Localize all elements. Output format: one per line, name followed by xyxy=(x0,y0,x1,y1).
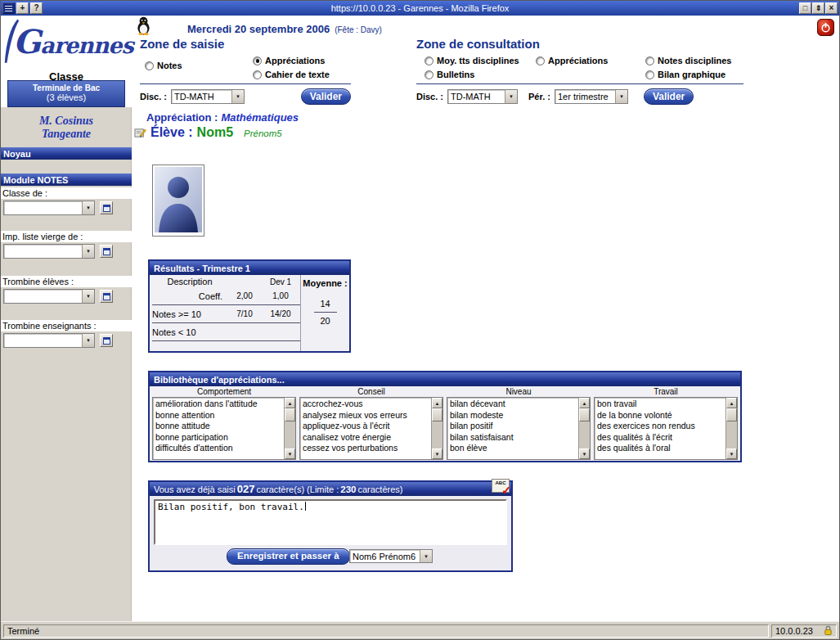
radio-circle xyxy=(253,56,262,65)
list-item[interactable]: canalisez votre énergie xyxy=(300,432,431,444)
chevron-down-icon[interactable]: ▼ xyxy=(420,550,432,562)
save-and-next-button[interactable]: Enregistrer et passer à xyxy=(227,548,350,565)
trombine-enseignants-select[interactable]: ▼ xyxy=(3,333,95,348)
chevron-down-icon[interactable]: ▼ xyxy=(82,245,94,258)
list-item[interactable]: bonne attitude xyxy=(153,421,284,432)
scroll-thumb[interactable] xyxy=(726,408,737,421)
chevron-down-icon[interactable]: ▼ xyxy=(615,90,627,103)
scrollbar[interactable]: ▲ ▼ xyxy=(725,398,737,459)
saisie-discipline-select[interactable]: TD-MATH ▼ xyxy=(171,89,245,104)
list-item[interactable]: des qualités à l'écrit xyxy=(595,432,725,444)
shade-icon: ⇕ xyxy=(815,5,822,12)
window-menu-button[interactable] xyxy=(2,2,15,14)
list-item[interactable]: difficultés d'attention xyxy=(153,443,284,454)
chevron-down-icon[interactable]: ▼ xyxy=(231,90,244,103)
scroll-track[interactable] xyxy=(579,408,590,448)
list-item[interactable]: bilan décevant xyxy=(447,399,578,410)
listbox-niveau[interactable]: bilan décevant bilan modeste bilan posit… xyxy=(447,397,591,460)
scroll-down-button[interactable]: ▼ xyxy=(285,448,295,459)
maximize-button[interactable]: □ xyxy=(799,2,811,14)
radio-label: Notes xyxy=(157,61,182,70)
chevron-down-icon[interactable]: ▼ xyxy=(82,201,94,214)
next-student-select[interactable]: Nom6 Prénom6 ▼ xyxy=(349,549,433,563)
radio-notes-disciplines[interactable]: Notes disciplines xyxy=(645,56,731,65)
radio-cahier-de-texte[interactable]: Cahier de texte xyxy=(253,70,330,79)
radio-appreciations[interactable]: Appréciations xyxy=(253,56,325,65)
imp-liste-select[interactable]: ▼ xyxy=(3,244,95,259)
list-item[interactable]: de la bonne volonté xyxy=(595,410,725,421)
text-cursor xyxy=(305,502,306,511)
trombine-enseignants-open-button[interactable] xyxy=(100,334,113,347)
scroll-down-button[interactable]: ▼ xyxy=(726,448,737,459)
consult-discipline-select[interactable]: TD-MATH ▼ xyxy=(447,89,518,104)
library-column-travail: Travail bon travail de la bonne volonté … xyxy=(594,387,738,460)
close-button[interactable]: × xyxy=(825,2,838,14)
list-item[interactable]: bonne attention xyxy=(153,410,284,421)
trombine-eleves-select[interactable]: ▼ xyxy=(3,289,95,304)
periode-select[interactable]: 1er trimestre ▼ xyxy=(555,89,628,104)
scrollbar[interactable]: ▲ ▼ xyxy=(284,398,295,459)
spellcheck-icon[interactable]: ABC ✓ xyxy=(492,479,510,493)
list-item[interactable]: amélioration dans l'attitude xyxy=(153,399,284,410)
scrollbar[interactable]: ▲ ▼ xyxy=(578,398,590,459)
divider xyxy=(140,83,351,84)
scroll-track[interactable] xyxy=(726,408,737,448)
trombine-enseignants-label: Trombine enseignants : xyxy=(1,320,132,331)
radio-moy-tts-disciplines[interactable]: Moy. tts disciplines xyxy=(424,56,519,65)
radio-consult-appreciations[interactable]: Appréciations xyxy=(536,56,608,65)
radio-label: Moy. tts disciplines xyxy=(437,56,519,65)
radio-notes[interactable]: Notes xyxy=(145,61,182,70)
appreciation-textarea[interactable]: Bilan positif, bon travail. xyxy=(154,499,507,545)
scroll-down-button[interactable]: ▼ xyxy=(432,448,442,459)
list-item[interactable]: cessez vos perturbations xyxy=(300,443,431,454)
list-item[interactable]: bilan modeste xyxy=(447,410,578,421)
list-item[interactable]: accrochez-vous xyxy=(300,399,431,410)
scroll-thumb[interactable] xyxy=(579,408,590,421)
results-panel: Résultats - Trimestre 1 Description Dev … xyxy=(148,259,351,353)
scroll-up-button[interactable]: ▲ xyxy=(579,398,590,408)
table-row: Notes >= 10 7/10 14/20 xyxy=(152,305,300,323)
char-count: 027 xyxy=(237,483,255,495)
scroll-up-button[interactable]: ▲ xyxy=(285,398,295,408)
listbox-travail[interactable]: bon travail de la bonne volonté des exer… xyxy=(594,397,738,460)
chevron-down-icon[interactable]: ▼ xyxy=(505,90,517,103)
imp-liste-open-button[interactable] xyxy=(100,245,113,258)
logout-power-button[interactable] xyxy=(817,19,834,36)
scroll-thumb[interactable] xyxy=(432,408,442,421)
list-item[interactable]: bon travail xyxy=(595,399,725,410)
consult-valider-button[interactable]: Valider xyxy=(644,88,694,105)
select-value: TD-MATH xyxy=(448,92,505,101)
open-window-icon xyxy=(103,293,110,300)
window-plus-button[interactable]: + xyxy=(16,2,29,14)
list-item[interactable]: bon élève xyxy=(447,443,578,454)
scroll-up-button[interactable]: ▲ xyxy=(432,398,442,408)
list-item[interactable]: bilan satisfaisant xyxy=(447,432,578,444)
maximize-icon: □ xyxy=(803,5,807,12)
classe-de-open-button[interactable] xyxy=(100,201,113,214)
classe-de-select[interactable]: ▼ xyxy=(3,201,95,215)
scroll-up-button[interactable]: ▲ xyxy=(726,398,737,408)
list-item[interactable]: analysez mieux vos erreurs xyxy=(300,410,431,421)
listbox-comportement[interactable]: amélioration dans l'attitude bonne atten… xyxy=(152,397,296,460)
scroll-down-button[interactable]: ▼ xyxy=(579,448,590,459)
scroll-track[interactable] xyxy=(285,408,295,448)
fete-of-day: (Fête : Davy) xyxy=(335,25,382,34)
shade-button[interactable]: ⇕ xyxy=(812,2,824,14)
list-item[interactable]: des qualités à l'oral xyxy=(595,443,725,454)
saisie-valider-button[interactable]: Valider xyxy=(301,88,351,105)
radio-bilan-graphique[interactable]: Bilan graphique xyxy=(645,70,725,79)
table-header-row: Description Dev 1 xyxy=(152,276,300,287)
list-item[interactable]: bonne participation xyxy=(153,432,284,444)
list-item[interactable]: bilan positif xyxy=(447,421,578,432)
scrollbar[interactable]: ▲ ▼ xyxy=(431,398,442,459)
list-item[interactable]: appliquez-vous à l'écrit xyxy=(300,421,431,432)
window-help-button[interactable]: ? xyxy=(30,2,43,14)
listbox-conseil[interactable]: accrochez-vous analysez mieux vos erreur… xyxy=(299,397,443,460)
chevron-down-icon[interactable]: ▼ xyxy=(82,334,94,347)
chevron-down-icon[interactable]: ▼ xyxy=(82,290,94,303)
scroll-track[interactable] xyxy=(432,408,442,448)
trombine-eleves-open-button[interactable] xyxy=(100,290,113,303)
scroll-thumb[interactable] xyxy=(285,408,295,421)
radio-bulletins[interactable]: Bulletins xyxy=(424,70,474,79)
list-item[interactable]: des exercices non rendus xyxy=(595,421,725,432)
